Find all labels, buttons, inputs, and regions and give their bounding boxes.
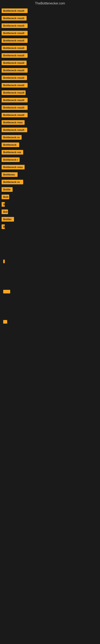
bottleneck-badge: Bottleneck result [1,38,28,43]
list-item[interactable]: Bottle [1,187,99,193]
bottleneck-badge: Bottleneck re [1,135,22,140]
bottleneck-badge: Bottle [1,187,13,192]
bottleneck-badge: Bottleneck result [1,31,28,36]
empty-space-1 [1,232,99,240]
bottleneck-badge: Bottleneck result [1,113,28,117]
list-item[interactable]: Bottleneck r [1,157,99,163]
empty-space-3 [1,248,99,256]
list-item[interactable]: Bottleneck resu [1,120,99,126]
bottleneck-badge: Bottleneck result [1,90,26,95]
indicator-bar-1 [3,260,5,263]
list-item[interactable]: Bottleneck result [1,90,99,96]
list-item[interactable]: Bottleneck result [1,60,99,66]
bottleneck-badge: Bott [1,194,9,199]
bottleneck-badge: B [1,202,5,207]
bottleneck-list: Bottleneck result Bottleneck result Bott… [0,7,100,326]
bottleneck-badge: Bottleneck result [1,105,28,110]
list-item[interactable]: Bottleneck resu [1,164,99,171]
bottleneck-badge: Bot [1,210,8,214]
empty-space-5 [1,272,99,280]
empty-space-6 [1,280,99,288]
bottleneck-badge: B [1,224,5,229]
list-item[interactable]: Bot [1,209,99,215]
bottleneck-badge: Bottleneck result [1,76,27,80]
list-item[interactable]: Bott [1,194,99,200]
bottleneck-badge: Bottleneck result [1,46,27,50]
bottleneck-badge: Bottleneck result [1,16,27,20]
list-item[interactable]: Bottleneck result [1,105,99,111]
list-item[interactable]: Bottleneck result [1,127,99,134]
list-item[interactable]: Bottleneck result [1,16,99,22]
bottleneck-badge: Bottleneck result [1,53,28,58]
bottleneck-badge: Bottleneck result [1,128,27,132]
site-title: TheBottlenecker.com [0,0,100,7]
bottleneck-badge: Bottleneck result [1,60,27,65]
bottleneck-badge: Bottleneck resu [1,165,25,170]
list-item[interactable]: Bottlenec [1,172,99,178]
list-item[interactable]: B [1,202,99,208]
bottleneck-badge: Bottleneck res [1,150,23,154]
list-item[interactable]: Bottleneck result [1,82,99,89]
list-item[interactable]: Bottleneck result [1,68,99,74]
empty-space-9 [1,311,99,319]
list-item[interactable]: Bottleneck result [1,8,99,14]
bottleneck-badge: Bottleneck re [1,180,23,184]
list-item[interactable]: Bottleneck result [1,53,99,59]
list-item[interactable]: Bottleneck result [1,45,99,52]
site-title-bar: TheBottlenecker.com [0,0,100,7]
bottom-indicator-area [1,260,99,324]
list-item[interactable]: Bottleneck [1,142,99,148]
bottleneck-badge: Bottlenec [1,172,18,177]
indicator-bar-2 [3,290,10,294]
empty-space-7 [1,295,99,303]
list-item[interactable]: Bottleneck result [1,30,99,37]
bottleneck-badge: Bottleneck result [1,68,28,73]
indicator-bar-3 [3,320,7,324]
list-item[interactable]: Bottleneck re [1,179,99,186]
list-item[interactable]: Bottleneck result [1,112,99,118]
bottleneck-badge: Bottleneck result [1,8,28,13]
list-item[interactable]: Bottleneck result [1,75,99,81]
bottleneck-badge: Bottler [1,217,14,222]
bottleneck-badge: Bottleneck [1,142,19,147]
empty-space-2 [1,240,99,248]
list-item[interactable]: Bottleneck result [1,23,99,29]
empty-space-4 [1,264,99,272]
list-item[interactable]: Bottleneck re [1,135,99,141]
bottleneck-badge: Bottleneck r [1,158,20,162]
bottleneck-badge: Bottleneck result [1,98,28,102]
bottleneck-badge: Bottleneck result [1,83,28,88]
list-item[interactable]: Bottleneck result [1,98,99,104]
list-item[interactable]: B [1,224,99,230]
list-item[interactable]: Bottleneck res [1,150,99,156]
empty-space-8 [1,303,99,311]
bottleneck-badge: Bottleneck resu [1,120,25,125]
list-item[interactable]: Bottleneck result [1,38,99,44]
list-item[interactable]: Bottler [1,216,99,223]
bottleneck-badge: Bottleneck result [1,23,28,28]
